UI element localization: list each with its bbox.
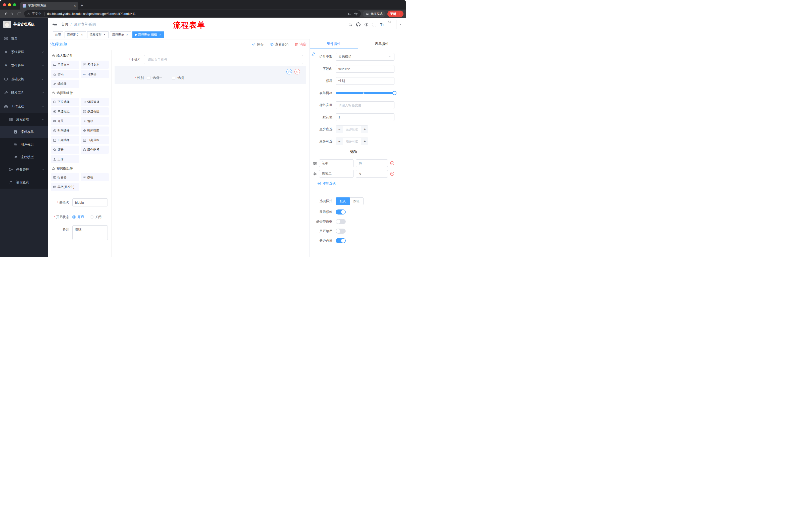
required-switch[interactable] bbox=[336, 238, 346, 243]
sidebar-item-process-form[interactable]: 流程表单 bbox=[0, 126, 48, 138]
phone-field-input[interactable] bbox=[144, 55, 303, 64]
security-label[interactable]: 不安全 bbox=[32, 12, 41, 16]
component-item-password[interactable]: 密码 bbox=[51, 70, 79, 78]
canvas-field-gender-selected[interactable]: 性别 选项一 选项二 bbox=[115, 66, 306, 84]
border-switch[interactable] bbox=[336, 219, 346, 224]
component-item-select[interactable]: 下拉选择 bbox=[51, 98, 79, 106]
url-text[interactable]: dashboard.yudao.iocoder.cn/bpm/manager/f… bbox=[47, 12, 136, 16]
component-item-time-picker[interactable]: 时间选择 bbox=[51, 127, 79, 135]
option-1-name-input[interactable] bbox=[319, 159, 354, 167]
tag-process-form-edit[interactable]: 流程表单-编辑 × bbox=[133, 31, 164, 38]
fullscreen-icon[interactable] bbox=[372, 22, 377, 27]
show-label-switch[interactable] bbox=[336, 210, 346, 215]
tag-close-icon[interactable]: × bbox=[103, 33, 106, 36]
label-width-input[interactable] bbox=[336, 101, 395, 109]
component-item-button[interactable]: 按钮 bbox=[81, 173, 109, 181]
new-tab-button[interactable]: + bbox=[78, 2, 85, 9]
option-2-value-input[interactable] bbox=[356, 170, 388, 178]
stepper-increase-button[interactable]: + bbox=[361, 138, 368, 145]
tag-close-icon[interactable]: × bbox=[80, 33, 84, 36]
tag-process-model[interactable]: 流程模型 × bbox=[87, 31, 109, 38]
sidebar-item-user-group[interactable]: 用户分组 bbox=[0, 138, 48, 151]
minimize-window-button[interactable] bbox=[8, 3, 11, 6]
component-item-counter[interactable]: 123 计数器 bbox=[81, 70, 109, 78]
github-icon[interactable] bbox=[356, 22, 361, 27]
sidebar-item-infra[interactable]: 基础设施 bbox=[0, 73, 48, 86]
component-item-single-text[interactable]: 单行文本 bbox=[51, 61, 79, 69]
sidebar-item-leave-query[interactable]: 请假查询 bbox=[0, 176, 48, 189]
view-json-button[interactable]: 查看json bbox=[270, 42, 288, 47]
font-size-icon[interactable]: TT bbox=[380, 22, 384, 27]
tag-home[interactable]: 首页 bbox=[53, 31, 63, 38]
gender-option-2-checkbox[interactable]: 选项二 bbox=[172, 76, 187, 80]
sidebar-item-system[interactable]: 系统管理 bbox=[0, 45, 48, 59]
sidebar-item-process-model[interactable]: 流程模型 bbox=[0, 151, 48, 163]
sidebar-item-process-mgmt[interactable]: 流程管理 bbox=[0, 113, 48, 126]
tab-component-props[interactable]: 组件属性 bbox=[310, 39, 358, 49]
status-radio-off[interactable]: 关闭 bbox=[90, 215, 102, 219]
save-button[interactable]: 保存 bbox=[252, 42, 264, 47]
breadcrumb-home[interactable]: 首页 bbox=[61, 22, 68, 27]
stepper-decrease-button[interactable]: − bbox=[336, 138, 343, 145]
max-select-value[interactable]: 最多可选 bbox=[343, 138, 361, 145]
add-option-button[interactable]: 添加选项 bbox=[317, 181, 395, 186]
form-name-input[interactable] bbox=[72, 198, 108, 207]
remark-textarea[interactable]: 嘿嘿 bbox=[72, 225, 108, 240]
gender-option-1-checkbox[interactable]: 选项一 bbox=[147, 76, 162, 80]
component-item-time-range[interactable]: 时间范围 bbox=[81, 127, 109, 135]
grid-slider[interactable] bbox=[336, 89, 395, 97]
remove-option-icon[interactable] bbox=[390, 161, 395, 165]
address-bar[interactable]: 不安全 dashboard.yudao.iocoder.cn/bpm/manag… bbox=[24, 10, 361, 17]
component-item-radio-group[interactable]: 单选框组 bbox=[51, 107, 79, 115]
default-value-input[interactable] bbox=[336, 113, 395, 121]
tab-close-icon[interactable]: × bbox=[74, 4, 76, 7]
chain-link-icon[interactable] bbox=[311, 52, 315, 56]
tag-process-form[interactable]: 流程表单 × bbox=[110, 31, 131, 38]
stepper-decrease-button[interactable]: − bbox=[336, 126, 343, 133]
remove-option-icon[interactable] bbox=[390, 171, 395, 176]
component-item-cascader[interactable]: 级联选择 bbox=[81, 98, 109, 106]
slider-handle[interactable] bbox=[393, 91, 397, 95]
drag-handle-icon[interactable] bbox=[313, 172, 317, 176]
sidebar-item-task-mgmt[interactable]: 任务管理 bbox=[0, 163, 48, 176]
component-item-color-picker[interactable]: 颜色选择 bbox=[81, 145, 109, 154]
key-icon[interactable] bbox=[347, 12, 351, 16]
sidebar-item-devtools[interactable]: 研发工具 bbox=[0, 86, 48, 100]
back-icon[interactable] bbox=[2, 10, 9, 17]
status-radio-on[interactable]: 开启 bbox=[72, 215, 84, 219]
zoom-window-button[interactable] bbox=[13, 3, 16, 6]
style-default-button[interactable]: 默认 bbox=[336, 197, 350, 205]
component-item-multi-text[interactable]: 多行文本 bbox=[81, 61, 109, 69]
component-item-switch[interactable]: 开关 bbox=[51, 117, 79, 125]
clear-button[interactable]: 清空 bbox=[294, 42, 307, 47]
component-item-slider[interactable]: 滑块 bbox=[81, 117, 109, 125]
field-name-input[interactable] bbox=[336, 65, 395, 73]
sidebar-item-payment[interactable]: ¥ 支付管理 bbox=[0, 59, 48, 73]
component-item-rate[interactable]: 评分 bbox=[51, 145, 79, 154]
tag-close-icon[interactable]: × bbox=[125, 33, 129, 36]
delete-field-icon[interactable] bbox=[294, 69, 300, 75]
close-window-button[interactable] bbox=[3, 3, 6, 6]
forward-icon[interactable] bbox=[9, 10, 16, 17]
component-item-table[interactable]: 表格[开发中] bbox=[51, 183, 79, 191]
component-item-editor[interactable]: 编辑器 bbox=[51, 80, 79, 88]
stepper-increase-button[interactable]: + bbox=[361, 126, 368, 133]
copy-field-icon[interactable] bbox=[286, 69, 292, 75]
option-1-value-input[interactable] bbox=[356, 159, 388, 167]
tab-form-props[interactable]: 表单属性 bbox=[358, 39, 406, 49]
update-button[interactable]: 更新 bbox=[387, 10, 404, 17]
tag-process-definition[interactable]: 流程定义 × bbox=[64, 31, 86, 38]
avatar[interactable] bbox=[387, 20, 397, 29]
component-item-row-container[interactable]: 行容器 bbox=[51, 173, 79, 181]
min-select-value[interactable]: 至少应选 bbox=[343, 126, 361, 133]
tag-close-icon[interactable]: × bbox=[158, 33, 162, 36]
component-item-date-range[interactable]: 日期范围 bbox=[81, 136, 109, 144]
sidebar-item-workflow[interactable]: 工作流程 bbox=[0, 100, 48, 113]
hamburger-icon[interactable] bbox=[52, 22, 57, 27]
component-item-upload[interactable]: 上传 bbox=[51, 155, 79, 163]
component-item-checkbox-group[interactable]: 多选框组 bbox=[81, 107, 109, 115]
title-input[interactable] bbox=[336, 77, 395, 85]
bookmark-star-icon[interactable] bbox=[354, 12, 358, 16]
sidebar-item-home[interactable]: 首页 bbox=[0, 32, 48, 45]
drag-handle-icon[interactable] bbox=[313, 161, 317, 165]
